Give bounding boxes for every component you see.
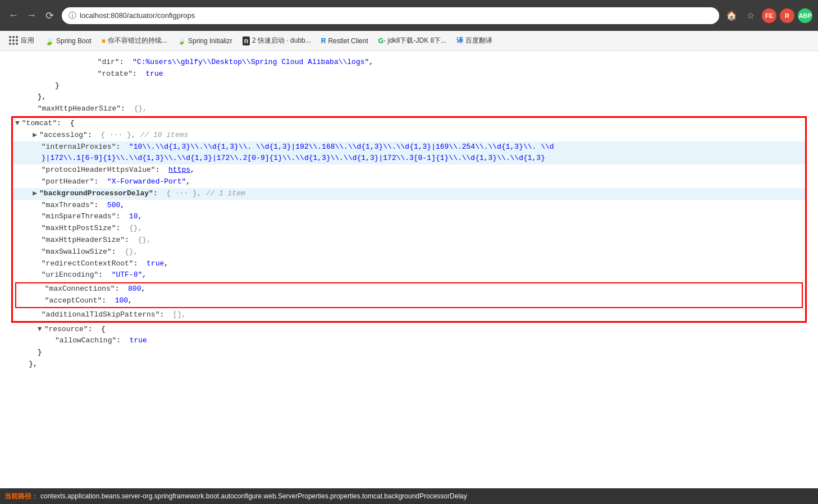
persistence-icon: ■ xyxy=(102,37,106,45)
json-line-acceptcount: "acceptCount": 100, xyxy=(16,295,802,307)
bookmark-spring-init-label: Spring Initializr xyxy=(188,37,232,45)
json-line-addltldskip: "additionalTldSkipPatterns": [], xyxy=(13,309,805,321)
json-line-allowcaching: "allowCaching": true xyxy=(11,335,807,347)
json-line-close-inner: } xyxy=(11,80,807,92)
apps-icon xyxy=(9,36,19,45)
forward-button[interactable]: → xyxy=(24,8,39,24)
json-line-rotate: "rotate": true xyxy=(11,68,807,80)
bookmark-apps[interactable]: 应用 xyxy=(4,34,39,48)
bookmark-translate[interactable]: 译 百度翻译 xyxy=(452,34,497,48)
json-viewer: "dir": "C:%users\\gblfy\\Desktop\\Spring… xyxy=(0,51,818,376)
jdk8-icon: G· xyxy=(378,37,386,45)
json-line-protocol: "protocolHeaderHttpsValue": https, xyxy=(13,164,805,176)
browser-chrome: ← → ⟳ ⓘ localhost:8080/actuator/configpr… xyxy=(0,0,818,31)
ext-r-button[interactable]: R xyxy=(780,8,794,23)
spring-init-icon: 🍃 xyxy=(177,37,186,45)
json-line-maxhttpheadersize-inner: "maxHttpHeaderSize": {}, xyxy=(13,235,805,246)
bookmark-icon[interactable]: ☆ xyxy=(743,8,758,24)
translate-bm-icon: 译 xyxy=(456,36,463,45)
outer-highlight-box: ▼ "tomcat": { ▶ "accesslog": { ··· }, //… xyxy=(11,116,807,323)
ext-ab-button[interactable]: ABP xyxy=(798,8,812,23)
resource-triangle[interactable]: ▼ xyxy=(38,324,42,336)
bookmark-persistence[interactable]: ■ 你不容错过的持续... xyxy=(97,34,172,48)
bookmark-jdk8[interactable]: G· jdk8下载-JDK 8下... xyxy=(374,34,451,48)
bookmark-restlet-label: Restlet Client xyxy=(328,37,368,45)
bookmark-translate-label: 百度翻译 xyxy=(465,36,492,45)
json-line-final-close: }, xyxy=(11,359,807,370)
json-line-maxswallowsize: "maxSwallowSize": {}, xyxy=(13,246,805,258)
json-line-minsparethreads: "minSpareThreads": 10, xyxy=(13,211,805,223)
json-line-maxconnections: "maxConnections": 800, xyxy=(16,283,802,295)
status-bar: 当前路径： contexts.application.beans.server-… xyxy=(0,488,818,504)
json-line-bgdelay: ▶ "backgroundProcessorDelay": { ··· }, /… xyxy=(13,188,805,200)
accesslog-triangle[interactable]: ▶ xyxy=(33,130,37,141)
json-line-dir: "dir": "C:%users\\gblfy\\Desktop\\Spring… xyxy=(11,57,807,68)
bookmark-dubbo-label: 2 快速启动 · dubb... xyxy=(252,36,311,45)
json-line-internalproxies1: "internalProxies": "10\\.\\d{1,3}\\.\\d{… xyxy=(13,141,805,153)
spring-boot-icon: 🍃 xyxy=(44,36,54,45)
status-label: 当前路径： xyxy=(4,492,38,501)
json-line-resource-close: } xyxy=(11,347,807,359)
tomcat-triangle[interactable]: ▼ xyxy=(15,118,20,130)
json-line-uriencoding: "uriEncoding": "UTF-8", xyxy=(13,269,805,281)
json-line-maxthreads: "maxThreads": 500, xyxy=(13,200,805,212)
main-content: "dir": "C:%users\\gblfy\\Desktop\\Spring… xyxy=(0,51,818,488)
bookmark-persistence-label: 你不容错过的持续... xyxy=(108,36,167,45)
bookmark-spring-init[interactable]: 🍃 Spring Initializr xyxy=(173,35,237,47)
bgdelay-triangle[interactable]: ▶ xyxy=(33,188,37,200)
nav-buttons: ← → ⟳ xyxy=(6,8,57,24)
json-line-portheader: "portHeader": "X-Forwarded-Port", xyxy=(13,176,805,188)
json-line-close-outer: }, xyxy=(11,91,807,103)
bookmark-restlet[interactable]: R Restlet Client xyxy=(317,35,373,47)
status-path: contexts.application.beans.server-org.sp… xyxy=(40,492,467,500)
json-line-maxhttppostsize: "maxHttpPostSize": {}, xyxy=(13,223,805,235)
bookmark-spring-boot[interactable]: 🍃 Spring Boot xyxy=(40,34,96,48)
address-bar[interactable]: ⓘ localhost:8080/actuator/configprops xyxy=(62,7,719,24)
json-line-resource: ▼ "resource": { xyxy=(11,324,807,336)
url-text: localhost:8080/actuator/configprops xyxy=(80,11,195,20)
bookmark-apps-label: 应用 xyxy=(21,36,34,45)
dubbo-icon: n xyxy=(243,36,250,45)
reload-button[interactable]: ⟳ xyxy=(42,8,57,24)
bookmark-dubbo[interactable]: n 2 快速启动 · dubb... xyxy=(238,34,316,48)
restlet-icon: R xyxy=(321,37,326,45)
json-line-redirectcontextroot: "redirectContextRoot": true, xyxy=(13,258,805,270)
back-button[interactable]: ← xyxy=(6,8,21,24)
translate-icon[interactable]: 🏠 xyxy=(724,8,739,24)
bookmark-jdk8-label: jdk8下载-JDK 8下... xyxy=(387,36,446,45)
browser-actions: 🏠 ☆ FE R ABP xyxy=(724,8,812,24)
json-line-maxhttp: "maxHttpHeaderSize": {}, xyxy=(11,103,807,115)
json-line-tomcat: ▼ "tomcat": { xyxy=(13,118,805,130)
bookmarks-bar: 应用 🍃 Spring Boot ■ 你不容错过的持续... 🍃 Spring … xyxy=(0,31,818,51)
json-line-internalproxies2: }|172\\.1[6-9]{1}\\.\\d{1,3}\\.\\d{1,3}|… xyxy=(13,153,805,164)
ext-fe-button[interactable]: FE xyxy=(762,8,776,23)
json-line-accesslog: ▶ "accesslog": { ··· }, // 10 items xyxy=(13,130,805,141)
bookmark-spring-boot-label: Spring Boot xyxy=(56,37,92,45)
inner-highlight-box: "maxConnections": 800, "acceptCount": 10… xyxy=(15,282,803,308)
